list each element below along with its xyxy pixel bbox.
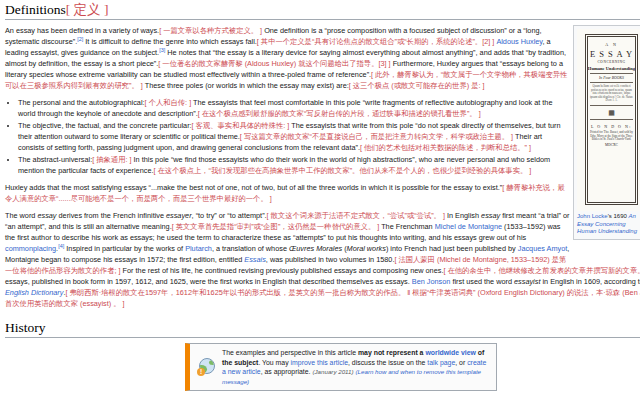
essais-link[interactable]: Essais (244, 255, 266, 264)
thumbnail-caption: John Locke's 1690 An Essay Concerning Hu… (577, 213, 640, 236)
locke-essay-thumbnail[interactable]: A NE S S A YCONCERNINGHumane Understandi… (573, 25, 640, 240)
text-segment: . You may (258, 359, 290, 366)
text-segment: The personal and the autobiographical: (18, 98, 145, 107)
ben-jonson-link[interactable]: Ben Jonson (412, 277, 451, 286)
plate-line-essay: E S S A Y (587, 49, 636, 59)
text-segment: The abstract-universal: (18, 155, 92, 164)
text-segment: It is difficult to define the genre into… (83, 37, 256, 46)
chinese-annotation: [ 散文这个词来源于法语不定式散文，“尝试”或“尝试”。 ] (267, 211, 445, 220)
definitions-paragraph-1: An essay has been defined in a variety o… (5, 25, 640, 91)
definitions-paragraph-2: Huxley adds that the most satisfying ess… (5, 182, 640, 204)
chinese-annotation: [ 英文文章首先是指“审判”或“企图”，这仍然是一种替代的意义。 ] (172, 222, 380, 231)
commonplacing-link[interactable]: commonplacing (5, 244, 56, 253)
book-title-page-image[interactable]: A NE S S A YCONCERNINGHumane Understandi… (577, 29, 640, 211)
plate-line-an: A N (587, 42, 636, 47)
section-heading-history: History (5, 320, 640, 338)
chinese-annotation: [ 这三个极点 (或散文可能存在的世界) 是: ] (349, 81, 485, 90)
text-segment: Œuvres Morales (289, 244, 342, 253)
text-segment: first used the word (450, 277, 514, 286)
plate-line-concerning: CONCERNING (587, 60, 636, 64)
text-segment: in English in 1609, according to the (540, 277, 640, 286)
text-segment: These three poles (or worlds in which th… (143, 81, 349, 90)
chinese-annotation: [ 一篇文章以各种方式被定义。 ] (159, 26, 262, 35)
book-plate: A NE S S A YCONCERNINGHumane Understandi… (585, 34, 638, 205)
text-segment: An essay has been defined in a variety o… (5, 26, 159, 35)
talk-page-link[interactable]: talk page (427, 359, 455, 366)
text-segment: , “to try” or “to attempt”. (192, 211, 267, 220)
plate-line-books: In Four BOOKS (587, 76, 636, 80)
montaigne-link[interactable]: Michel de Montaigne (435, 222, 502, 231)
aldous-huxley-link[interactable]: Aldous Huxley (496, 37, 542, 46)
chinese-annotation: [ 写这篇文章的散文家“不是直接说自己，而是把注意力转向文学，科学或政治主题。 … (240, 132, 513, 141)
jacques-amyot-link[interactable]: Jacques Amyot (518, 244, 567, 253)
text-segment: History (5, 320, 46, 335)
plutarch-link[interactable]: Plutarch (185, 244, 212, 253)
plate-line-rule (590, 82, 633, 83)
chinese-annotation: [ 在他的余生中，他继续修改之前发表的文章并撰写新的文章。 ] (443, 266, 640, 275)
globalize-notice-box: ! The examples and perspective in this a… (185, 343, 497, 391)
text-segment: The word (5, 211, 37, 220)
section-heading-definitions: Definitions[ 定义 ] (5, 2, 640, 20)
plate-line-rule (590, 105, 633, 106)
text-segment: The examples and perspective in this art… (222, 349, 358, 356)
plate-line-rule (590, 119, 633, 120)
text-segment: The Frenchman (379, 222, 434, 231)
definitions-paragraph-3: The word essay derives from the French i… (5, 210, 640, 309)
wikipedia-article-page: Definitions[ 定义 ] An essay has been defi… (0, 0, 640, 400)
three-poles-list: The personal and the autobiographical:[ … (5, 97, 640, 176)
chinese-annotation: [ 弗朗西斯·培根的散文在1597年，1612年和1625年以书的形式出版，是英… (5, 288, 640, 308)
list-item-objective: The objective, the factual, and the conc… (18, 120, 640, 153)
exclamation-badge-icon: ! (197, 368, 205, 376)
text-segment: Huxley adds that the most satisfying ess… (5, 183, 502, 192)
text-segment: Definitions (5, 2, 66, 17)
list-item-personal: The personal and the autobiographical:[ … (18, 97, 640, 119)
globe-landmass (209, 360, 215, 365)
text-segment: Inspired in particular by the works of (64, 244, 185, 253)
chinese-annotation: [ 一位著名的散文家赫胥黎 (Aldous Huxley) 就这个问题给出了指导… (158, 59, 390, 68)
plate-line-london: L O N D O N: (587, 124, 636, 129)
plate-line-rule (590, 73, 633, 74)
text-segment: essay (37, 211, 56, 220)
text-segment: , discuss the issue on the (348, 359, 427, 366)
chinese-annotation: [ 个人和自传: ] (145, 98, 192, 107)
text-segment: , as appropriate. (261, 368, 313, 375)
chinese-annotation: [ 在这个极点感到最舒服的散文家“写反射自传的片段，通过轶事和描述的锁孔看世界”… (198, 109, 481, 118)
text-segment: 's 1690 (608, 213, 629, 219)
article-content: Definitions[ 定义 ] An essay has been defi… (5, 2, 640, 400)
globe-warning-icon: ! (197, 358, 215, 376)
notice-text: The examples and perspective in this art… (222, 348, 489, 386)
text-segment: essayist (514, 277, 540, 286)
chinese-annotation: [ 抽象通用: ] (92, 155, 131, 164)
text-segment: essayer (166, 211, 192, 220)
plate-line-year: MDCXC (587, 143, 636, 147)
chinese-annotation: [ 客观、事实和具体的特殊性: ] (192, 121, 290, 130)
chinese-annotation: [ 定义 ] (66, 2, 109, 17)
text-segment: derives from the French infinitive (57, 211, 167, 220)
chinese-annotation: [ 其中一个定义是“具有讨论焦点的散文组合”或“长期的，系统的论述”。[2] ] (257, 37, 495, 46)
text-segment: For the rest of his life, he continued r… (121, 266, 444, 275)
chinese-annotation: [ 他们的艺术包括对相关数据的陈述，判断和总结。” ] (360, 143, 531, 152)
text-segment: (January 2011) (312, 368, 353, 375)
text-segment: essay (481, 211, 500, 220)
text-segment: essays, published in book form in 1597, … (5, 277, 412, 286)
text-segment: The objective, the factual, and the conc… (18, 121, 192, 130)
john-locke-link[interactable]: John Locke (577, 213, 608, 219)
plate-line-ornament: ▦ (587, 109, 636, 117)
plate-line-latin: Quam bellum est velle confiteri potius n… (587, 85, 636, 103)
improve-article-link[interactable]: improve this article (291, 359, 348, 366)
chinese-annotation: [ 在这个极点上，“我们发现那些在高抽象世界中工作的散文家”。他们从来不是个人的… (153, 166, 531, 175)
worldwide-view-link[interactable]: worldwide view (425, 349, 476, 356)
text-segment: ) into French had just been published by (386, 244, 518, 253)
text-segment: , was published in two volumes in 1580. (266, 255, 395, 264)
text-segment: , a translation of whose (212, 244, 289, 253)
plate-line-humane: Humane Understanding (587, 66, 636, 71)
text-segment: , or (455, 359, 467, 366)
plate-line-imprint: Printed for Tho. Basset, and sold by Edw… (587, 131, 636, 142)
list-item-abstract: The abstract-universal:[ 抽象通用: ] In this… (18, 154, 640, 176)
text-segment: Moral works (347, 244, 386, 253)
text-segment: In English (445, 211, 481, 220)
text-segment: may not represent a (358, 349, 425, 356)
